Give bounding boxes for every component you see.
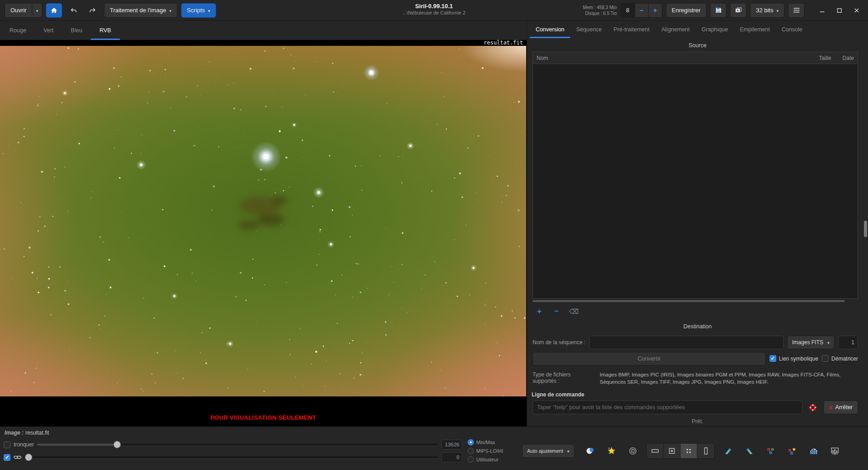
rgb-align-icon: RGB: [766, 446, 775, 455]
output-format-dropdown[interactable]: Images FITS ▾: [787, 336, 834, 349]
symlink-checkbox-row[interactable]: Lien symbolique: [769, 355, 819, 362]
open-button[interactable]: Ouvrir: [5, 3, 32, 18]
scripts-menu-button[interactable]: Scripts ▾: [181, 3, 216, 18]
chevron-down-icon: ▾: [776, 9, 779, 13]
file-list-body[interactable]: [533, 64, 858, 298]
symlink-checkbox[interactable]: [769, 355, 776, 362]
source-file-list[interactable]: Nom Taille Date: [533, 52, 858, 299]
destination-section-title: Destination: [527, 319, 868, 333]
rgb-align-button[interactable]: RGB: [763, 444, 779, 458]
histogram-button[interactable]: [806, 444, 821, 458]
redo-button[interactable]: [85, 3, 100, 18]
auto-adjust-dropdown[interactable]: Auto ajustement ▾: [522, 444, 574, 458]
tab-console[interactable]: Console: [776, 21, 809, 38]
tab-pretraitement[interactable]: Pré-traitement: [608, 21, 656, 38]
stop-button[interactable]: × Arrêter: [824, 401, 858, 414]
low-slider-handle[interactable]: [25, 454, 32, 461]
main-area: Rouge Vert Bleu RVB resultat.fit: [0, 21, 868, 426]
radio-user[interactable]: Utilisateur: [468, 456, 516, 464]
hamburger-menu-button[interactable]: [788, 3, 804, 18]
sequence-name-input[interactable]: [589, 336, 784, 349]
file-list-actions: + − ⌫: [533, 306, 863, 317]
column-taille[interactable]: Taille: [802, 55, 831, 61]
file-list-scrollbar-thumb[interactable]: [533, 300, 845, 302]
snapshot-icon: [735, 6, 742, 14]
threads-input[interactable]: [621, 4, 635, 17]
tab-conversion[interactable]: Conversion: [530, 21, 570, 38]
radio-minmax[interactable]: Min/Max: [468, 439, 516, 446]
debayer-checkbox-row[interactable]: Dématricer: [822, 355, 858, 362]
high-slider-handle[interactable]: [113, 441, 121, 448]
column-nom[interactable]: Nom: [533, 55, 802, 61]
disk-label: Disque : 6.5 Tio: [583, 10, 616, 16]
memory-label: Mem : 458.3 Mio: [583, 5, 616, 10]
tab-rouge[interactable]: Rouge: [1, 21, 35, 40]
astrometry-button[interactable]: [625, 444, 641, 458]
maximize-button[interactable]: [833, 4, 846, 17]
threads-increment-button[interactable]: +: [648, 4, 662, 17]
image-processing-menu-button[interactable]: Traitement de l'image ▾: [104, 3, 178, 18]
bit-depth-label: 32 bits: [756, 7, 773, 14]
display-levels-icon: [830, 446, 839, 455]
dynamic-psf-button[interactable]: [604, 444, 619, 458]
snapshot-button[interactable]: [730, 3, 746, 18]
tab-bleu[interactable]: Bleu: [62, 21, 91, 40]
high-threshold-slider[interactable]: [37, 441, 438, 448]
command-help-button[interactable]: [806, 401, 820, 414]
pixel-grid-button[interactable]: [681, 444, 697, 458]
tab-graphique[interactable]: Graphique: [695, 21, 734, 38]
undo-button[interactable]: [66, 3, 81, 18]
image-filename-overlay: resultat.fit: [483, 40, 523, 46]
photometry-button[interactable]: [582, 444, 598, 458]
remove-files-button[interactable]: −: [550, 306, 563, 317]
close-button[interactable]: [850, 4, 863, 17]
fit-width-button[interactable]: [647, 444, 664, 458]
column-date[interactable]: Date: [831, 55, 858, 61]
histogram-icon: [809, 446, 818, 455]
debayer-checkbox[interactable]: [822, 355, 829, 362]
maximize-icon: [837, 8, 842, 13]
tab-sequence[interactable]: Séquence: [570, 21, 607, 38]
chevron-down-icon: ▾: [208, 9, 210, 13]
low-value-input[interactable]: [441, 452, 462, 462]
background-extraction-button[interactable]: [720, 444, 736, 458]
link-channels-checkbox[interactable]: [4, 454, 10, 461]
high-value-input[interactable]: [441, 440, 462, 450]
open-recent-dropdown[interactable]: ▾: [32, 3, 42, 18]
fit-height-button[interactable]: [697, 444, 714, 458]
home-directory-button[interactable]: [46, 3, 62, 18]
tab-rvb[interactable]: RVB: [91, 21, 119, 40]
command-input[interactable]: [533, 401, 803, 414]
tab-empilement[interactable]: Empilement: [734, 21, 776, 38]
threads-decrement-button[interactable]: −: [635, 4, 648, 17]
banding-removal-icon: [745, 446, 754, 455]
zoom-fit-icon: [667, 446, 676, 455]
add-files-button[interactable]: +: [533, 306, 546, 317]
minimize-button[interactable]: [815, 4, 829, 17]
minus-icon: −: [640, 6, 644, 14]
banding-removal-button[interactable]: [742, 444, 757, 458]
home-icon: [50, 7, 58, 14]
viewer-pane: Rouge Vert Bleu RVB resultat.fit: [0, 21, 527, 426]
save-button[interactable]: Enregistrer: [666, 3, 707, 18]
resource-info: Mem : 458.3 Mio Disque : 6.5 Tio: [583, 5, 616, 16]
tab-vert[interactable]: Vert: [35, 21, 62, 40]
close-icon: [854, 8, 859, 13]
rgb-star-compositing-button[interactable]: RB: [784, 444, 800, 458]
bit-depth-dropdown[interactable]: 32 bits ▾: [750, 3, 784, 18]
panel-scrollbar-thumb[interactable]: [864, 221, 867, 237]
astronomy-image[interactable]: [0, 46, 526, 396]
file-list-scrollbar[interactable]: [533, 300, 858, 302]
supported-files-text: Images BMP, Images PIC (IRIS), Images bi…: [600, 371, 858, 386]
radio-mips[interactable]: MIPS-LO/HI: [468, 447, 516, 455]
zoom-fit-button[interactable]: [664, 444, 681, 458]
convert-button[interactable]: Convertir: [533, 352, 766, 366]
low-threshold-slider[interactable]: [25, 454, 438, 461]
tab-alignement[interactable]: Alignement: [656, 21, 696, 38]
truncate-checkbox[interactable]: [4, 441, 10, 448]
save-as-button[interactable]: [710, 3, 726, 18]
display-levels-button[interactable]: [827, 444, 843, 458]
start-index-input[interactable]: [838, 336, 858, 349]
clear-list-button[interactable]: ⌫: [567, 306, 581, 317]
command-line-row: × Arrêter: [533, 401, 858, 414]
